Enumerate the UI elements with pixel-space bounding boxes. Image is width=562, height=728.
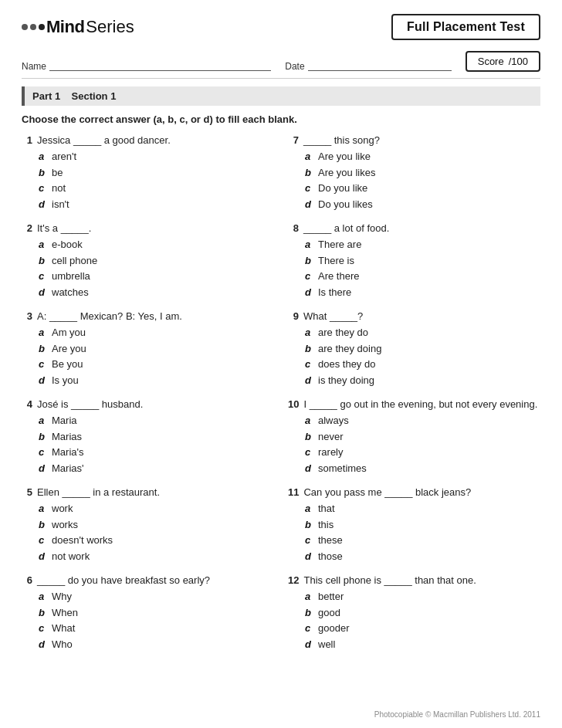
option-text: umbrella [52, 269, 90, 284]
question-stem: 5Ellen _____ in a restaurant. [22, 486, 274, 498]
question-stem: 11Can you pass me _____ black jeans? [288, 486, 540, 498]
option-text: be [52, 165, 63, 181]
dot3 [39, 24, 45, 30]
question-text: A: _____ Mexican? B: Yes, I am. [37, 310, 274, 322]
section-label: Section 1 [72, 90, 117, 102]
question-number: 1 [22, 134, 32, 146]
option-text: are they doing [318, 341, 381, 357]
option: cthese [305, 533, 540, 548]
logo-mind-text: Mind [46, 17, 84, 37]
option-letter: b [305, 341, 314, 357]
option-text: isn't [52, 197, 69, 212]
option-text: those [318, 549, 343, 564]
score-box: Score /100 [466, 51, 540, 72]
question-number: 11 [288, 486, 299, 498]
option-letter: a [39, 149, 48, 164]
option-text: Marias' [52, 461, 84, 476]
question-stem: 1Jessica _____ a good dancer. [22, 134, 274, 146]
options-list: aare they dobare they doingcdoes they do… [288, 325, 540, 388]
option-text: Is there [318, 285, 351, 300]
option-letter: a [305, 589, 314, 604]
options-list: ae-bookbcell phonecumbrelladwatches [22, 237, 274, 300]
name-label: Name [22, 61, 46, 72]
option-letter: c [39, 181, 48, 196]
option-letter: c [39, 269, 48, 284]
option-text: aren't [52, 149, 76, 164]
header: Mind Series Full Placement Test [22, 14, 540, 40]
option: aWhy [39, 589, 274, 604]
question-block: 11Can you pass me _____ black jeans?atha… [288, 486, 540, 564]
info-row: Name Date Score /100 [22, 51, 540, 79]
option-letter: c [39, 357, 48, 372]
question-text: It's a _____. [37, 222, 274, 234]
option-text: work [52, 501, 73, 516]
option-text: Maria's [52, 445, 84, 460]
dot1 [22, 24, 28, 30]
option: cumbrella [39, 269, 274, 284]
option-letter: d [39, 197, 48, 212]
option-letter: c [305, 533, 314, 548]
option: disn't [39, 197, 274, 212]
question-stem: 10I _____ go out in the evening, but not… [288, 398, 540, 410]
option-text: are they do [318, 325, 368, 340]
right-column: 7_____ this song?aAre you likebAre you l… [288, 134, 540, 662]
option-letter: c [39, 445, 48, 460]
options-list: athatbthiscthesedthose [288, 501, 540, 564]
question-text: José is _____ husband. [37, 398, 274, 410]
option: bAre you likes [305, 165, 540, 181]
score-denom: /100 [509, 56, 528, 67]
instructions: Choose the correct answer (a, b, c, or d… [22, 113, 540, 125]
option-letter: b [305, 253, 314, 269]
option: cWhat [39, 621, 274, 636]
option: dis they doing [305, 373, 540, 388]
option: bworks [39, 517, 274, 533]
option-text: cell phone [52, 253, 97, 269]
option-text: Why [52, 589, 72, 604]
option-letter: a [305, 501, 314, 516]
question-stem: 3A: _____ Mexican? B: Yes, I am. [22, 310, 274, 322]
option-text: watches [52, 285, 89, 300]
name-field: Name [22, 61, 271, 72]
option: bcell phone [39, 253, 274, 269]
question-block: 6_____ do you have breakfast so early?aW… [22, 574, 274, 652]
option-text: There is [318, 253, 354, 269]
option: aalways [305, 413, 540, 428]
option-letter: d [39, 637, 48, 652]
option-text: Are you likes [318, 165, 375, 181]
option: bThere is [305, 253, 540, 269]
option-text: that [318, 501, 335, 516]
options-list: aAm youbAre youcBe youdIs you [22, 325, 274, 388]
option-letter: b [39, 165, 48, 181]
option-text: sometimes [318, 461, 367, 476]
question-number: 6 [22, 574, 32, 586]
option-text: this [318, 517, 333, 533]
question-text: Jessica _____ a good dancer. [37, 134, 274, 146]
options-list: abetterbgoodcgooderdwell [288, 589, 540, 652]
option-letter: b [305, 605, 314, 621]
option-text: There are [318, 237, 361, 252]
option: cDo you like [305, 181, 540, 196]
section-header: Part 1 Section 1 [22, 86, 540, 106]
question-stem: 9What _____? [288, 310, 540, 322]
option-text: these [318, 533, 343, 548]
option: dDo you likes [305, 197, 540, 212]
option-text: Do you likes [318, 197, 373, 212]
option: cgooder [305, 621, 540, 636]
question-stem: 2It's a _____. [22, 222, 274, 234]
date-line [308, 70, 452, 71]
question-stem: 8_____ a lot of food. [288, 222, 540, 234]
option-letter: c [305, 181, 314, 196]
question-number: 12 [288, 574, 299, 586]
option-text: Are you like [318, 149, 371, 164]
question-stem: 12This cell phone is _____ than that one… [288, 574, 540, 586]
question-block: 10I _____ go out in the evening, but not… [288, 398, 540, 476]
option-letter: a [305, 237, 314, 252]
option-letter: a [39, 589, 48, 604]
option: bnever [305, 429, 540, 445]
option-letter: c [305, 445, 314, 460]
option: dwell [305, 637, 540, 652]
option-letter: b [39, 341, 48, 357]
option: bMarias [39, 429, 274, 445]
option-text: What [52, 621, 75, 636]
option-text: Are there [318, 269, 359, 284]
